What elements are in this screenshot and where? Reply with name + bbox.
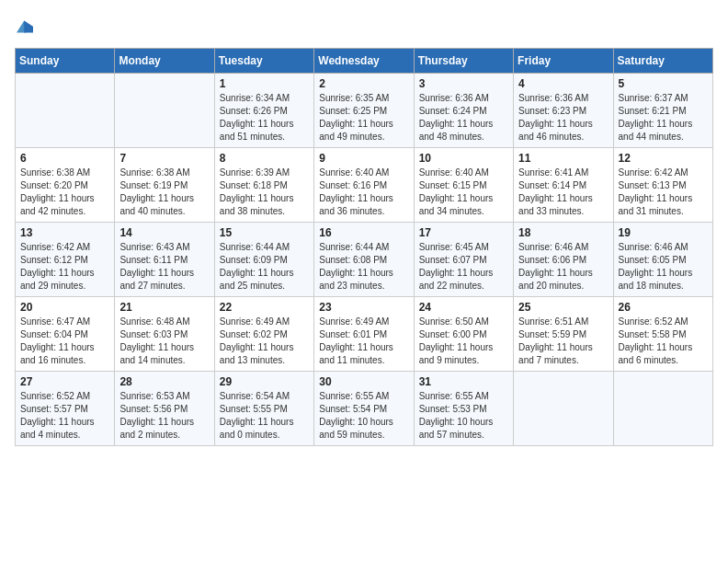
day-cell: 5Sunrise: 6:37 AM Sunset: 6:21 PM Daylig… (613, 74, 712, 148)
logo-text (15, 15, 33, 37)
day-cell: 7Sunrise: 6:38 AM Sunset: 6:19 PM Daylig… (115, 148, 214, 223)
day-cell: 8Sunrise: 6:39 AM Sunset: 6:18 PM Daylig… (214, 148, 313, 223)
day-cell: 3Sunrise: 6:36 AM Sunset: 6:24 PM Daylig… (414, 74, 513, 148)
logo-bird-icon (17, 20, 33, 33)
header-cell-thursday: Thursday (414, 49, 513, 74)
day-content: Sunrise: 6:39 AM Sunset: 6:18 PM Dayligh… (220, 167, 309, 218)
day-cell: 25Sunrise: 6:51 AM Sunset: 5:59 PM Dayli… (514, 297, 613, 372)
day-number: 20 (20, 301, 109, 314)
day-content: Sunrise: 6:44 AM Sunset: 6:09 PM Dayligh… (220, 241, 309, 293)
day-content: Sunrise: 6:46 AM Sunset: 6:05 PM Dayligh… (619, 241, 708, 293)
header-cell-friday: Friday (514, 49, 613, 74)
header-cell-monday: Monday (115, 49, 214, 74)
day-number: 16 (319, 226, 408, 239)
day-number: 27 (20, 375, 109, 388)
day-number: 30 (319, 375, 408, 388)
day-content: Sunrise: 6:34 AM Sunset: 6:26 PM Dayligh… (220, 92, 309, 144)
day-cell: 15Sunrise: 6:44 AM Sunset: 6:09 PM Dayli… (214, 223, 313, 297)
header-cell-sunday: Sunday (16, 49, 115, 74)
day-content: Sunrise: 6:35 AM Sunset: 6:25 PM Dayligh… (319, 92, 408, 144)
day-cell (514, 372, 613, 446)
day-number: 17 (419, 226, 508, 239)
day-number: 14 (119, 226, 209, 239)
header (15, 15, 713, 37)
calendar-body: 1Sunrise: 6:34 AM Sunset: 6:26 PM Daylig… (16, 74, 713, 446)
day-cell (16, 74, 115, 148)
day-number: 11 (518, 152, 608, 165)
day-content: Sunrise: 6:38 AM Sunset: 6:19 PM Dayligh… (119, 167, 209, 218)
day-content: Sunrise: 6:54 AM Sunset: 5:55 PM Dayligh… (220, 390, 309, 442)
day-content: Sunrise: 6:45 AM Sunset: 6:07 PM Dayligh… (419, 241, 508, 293)
day-content: Sunrise: 6:52 AM Sunset: 5:58 PM Dayligh… (619, 316, 708, 367)
day-cell: 18Sunrise: 6:46 AM Sunset: 6:06 PM Dayli… (514, 223, 613, 297)
week-row-4: 20Sunrise: 6:47 AM Sunset: 6:04 PM Dayli… (16, 297, 713, 372)
day-number: 9 (319, 152, 408, 165)
day-cell: 26Sunrise: 6:52 AM Sunset: 5:58 PM Dayli… (613, 297, 712, 372)
day-number: 7 (119, 152, 209, 165)
day-number: 8 (220, 152, 309, 165)
week-row-1: 1Sunrise: 6:34 AM Sunset: 6:26 PM Daylig… (16, 74, 713, 148)
calendar-header: SundayMondayTuesdayWednesdayThursdayFrid… (16, 49, 713, 74)
day-cell: 6Sunrise: 6:38 AM Sunset: 6:20 PM Daylig… (16, 148, 115, 223)
day-cell: 20Sunrise: 6:47 AM Sunset: 6:04 PM Dayli… (16, 297, 115, 372)
week-row-3: 13Sunrise: 6:42 AM Sunset: 6:12 PM Dayli… (16, 223, 713, 297)
day-number: 29 (220, 375, 309, 388)
day-cell: 1Sunrise: 6:34 AM Sunset: 6:26 PM Daylig… (214, 74, 313, 148)
day-content: Sunrise: 6:48 AM Sunset: 6:03 PM Dayligh… (119, 316, 209, 367)
day-content: Sunrise: 6:51 AM Sunset: 5:59 PM Dayligh… (518, 316, 608, 367)
day-cell: 29Sunrise: 6:54 AM Sunset: 5:55 PM Dayli… (214, 372, 313, 446)
day-content: Sunrise: 6:36 AM Sunset: 6:23 PM Dayligh… (518, 92, 608, 144)
day-number: 12 (619, 152, 708, 165)
day-content: Sunrise: 6:50 AM Sunset: 6:00 PM Dayligh… (419, 316, 508, 367)
logo (15, 15, 33, 37)
day-content: Sunrise: 6:42 AM Sunset: 6:12 PM Dayligh… (20, 241, 109, 293)
day-content: Sunrise: 6:40 AM Sunset: 6:15 PM Dayligh… (419, 167, 508, 218)
day-number: 22 (220, 301, 309, 314)
day-content: Sunrise: 6:41 AM Sunset: 6:14 PM Dayligh… (518, 167, 608, 218)
day-content: Sunrise: 6:36 AM Sunset: 6:24 PM Dayligh… (419, 92, 508, 144)
day-content: Sunrise: 6:46 AM Sunset: 6:06 PM Dayligh… (518, 241, 608, 293)
day-cell: 12Sunrise: 6:42 AM Sunset: 6:13 PM Dayli… (613, 148, 712, 223)
day-content: Sunrise: 6:53 AM Sunset: 5:56 PM Dayligh… (119, 390, 209, 442)
day-number: 25 (518, 301, 608, 314)
day-number: 13 (20, 226, 109, 239)
day-number: 4 (518, 77, 608, 90)
day-cell: 2Sunrise: 6:35 AM Sunset: 6:25 PM Daylig… (314, 74, 414, 148)
day-content: Sunrise: 6:49 AM Sunset: 6:02 PM Dayligh… (220, 316, 309, 367)
header-row: SundayMondayTuesdayWednesdayThursdayFrid… (16, 49, 713, 74)
day-number: 23 (319, 301, 408, 314)
day-cell (613, 372, 712, 446)
day-cell: 13Sunrise: 6:42 AM Sunset: 6:12 PM Dayli… (16, 223, 115, 297)
header-cell-tuesday: Tuesday (214, 49, 313, 74)
day-content: Sunrise: 6:52 AM Sunset: 5:57 PM Dayligh… (20, 390, 109, 442)
day-cell: 11Sunrise: 6:41 AM Sunset: 6:14 PM Dayli… (514, 148, 613, 223)
day-number: 15 (220, 226, 309, 239)
day-content: Sunrise: 6:44 AM Sunset: 6:08 PM Dayligh… (319, 241, 408, 293)
day-number: 1 (220, 77, 309, 90)
day-number: 2 (319, 77, 408, 90)
calendar-table: SundayMondayTuesdayWednesdayThursdayFrid… (15, 48, 713, 446)
day-number: 31 (419, 375, 508, 388)
day-cell: 21Sunrise: 6:48 AM Sunset: 6:03 PM Dayli… (115, 297, 214, 372)
svg-marker-1 (24, 21, 33, 33)
day-cell: 16Sunrise: 6:44 AM Sunset: 6:08 PM Dayli… (314, 223, 414, 297)
day-content: Sunrise: 6:40 AM Sunset: 6:16 PM Dayligh… (319, 167, 408, 218)
day-number: 10 (419, 152, 508, 165)
day-content: Sunrise: 6:55 AM Sunset: 5:53 PM Dayligh… (419, 390, 508, 442)
day-number: 3 (419, 77, 508, 90)
day-content: Sunrise: 6:43 AM Sunset: 6:11 PM Dayligh… (119, 241, 209, 293)
day-number: 26 (619, 301, 708, 314)
day-number: 28 (119, 375, 209, 388)
week-row-2: 6Sunrise: 6:38 AM Sunset: 6:20 PM Daylig… (16, 148, 713, 223)
day-cell (115, 74, 214, 148)
day-number: 6 (20, 152, 109, 165)
day-cell: 23Sunrise: 6:49 AM Sunset: 6:01 PM Dayli… (314, 297, 414, 372)
day-cell: 28Sunrise: 6:53 AM Sunset: 5:56 PM Dayli… (115, 372, 214, 446)
day-cell: 4Sunrise: 6:36 AM Sunset: 6:23 PM Daylig… (514, 74, 613, 148)
day-content: Sunrise: 6:38 AM Sunset: 6:20 PM Dayligh… (20, 167, 109, 218)
day-cell: 17Sunrise: 6:45 AM Sunset: 6:07 PM Dayli… (414, 223, 513, 297)
day-number: 24 (419, 301, 508, 314)
header-cell-saturday: Saturday (613, 49, 712, 74)
day-content: Sunrise: 6:49 AM Sunset: 6:01 PM Dayligh… (319, 316, 408, 367)
day-cell: 19Sunrise: 6:46 AM Sunset: 6:05 PM Dayli… (613, 223, 712, 297)
